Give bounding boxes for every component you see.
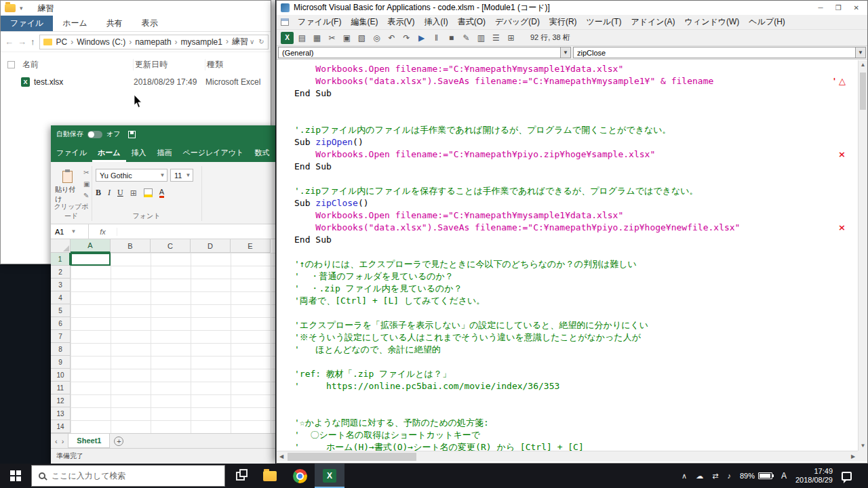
format-painter-icon[interactable]: ✎ (83, 192, 90, 199)
design-mode-icon[interactable]: ✎ (460, 32, 473, 44)
column-header[interactable]: C (151, 239, 191, 253)
close-button[interactable]: ✕ (850, 4, 863, 12)
row-header[interactable]: 4 (51, 291, 71, 304)
refresh-icon[interactable]: ↻ (258, 38, 264, 45)
ribbon-tab[interactable]: 表示 (132, 16, 167, 31)
network-icon[interactable]: ⇄ (712, 472, 718, 481)
row-header[interactable]: 11 (51, 382, 71, 394)
menu-item[interactable]: ウィンドウ(W) (680, 16, 745, 28)
name-box[interactable]: A1 ▼ (51, 224, 89, 239)
find-icon[interactable]: ◎ (370, 32, 383, 44)
copy-icon[interactable]: ▣ (83, 180, 90, 188)
reset-icon[interactable]: ■ (445, 32, 458, 44)
row-header[interactable]: 6 (51, 317, 71, 330)
menu-item[interactable]: アドイン(A) (626, 16, 679, 28)
sheet-tab[interactable]: Sheet1 (68, 434, 110, 448)
save-icon[interactable]: ▦ (311, 32, 323, 44)
up-icon[interactable]: ↑ (31, 37, 35, 47)
ribbon-tab[interactable]: 挿入 (126, 143, 152, 162)
ribbon-tab[interactable]: ファイル (51, 143, 92, 162)
font-color-button[interactable]: A (159, 188, 164, 198)
breadcrumb-item[interactable]: Windows (C:) (67, 37, 125, 47)
breadcrumb-item[interactable]: 練習 (222, 36, 248, 47)
insert-function-button[interactable]: fx (89, 228, 117, 236)
breadcrumb-item[interactable]: namepath (125, 37, 171, 47)
spreadsheet-cells[interactable] (71, 253, 275, 433)
taskbar-app-explorer[interactable] (255, 464, 285, 488)
view-excel-icon[interactable]: X (281, 32, 294, 44)
chevron-down-icon[interactable]: ▼ (184, 172, 193, 178)
menu-item[interactable]: 書式(O) (453, 16, 490, 28)
chevron-down-icon[interactable]: ▼ (158, 172, 167, 178)
taskbar-app-excel[interactable] (315, 464, 344, 488)
scrollbar-thumb[interactable] (288, 453, 416, 461)
file-name[interactable]: test.xlsx (34, 77, 63, 87)
column-header[interactable]: B (111, 239, 151, 253)
borders-button[interactable]: ⊞ (130, 188, 137, 198)
menu-item[interactable]: デバッグ(D) (490, 16, 545, 28)
column-header[interactable]: A (71, 239, 111, 253)
vertical-scrollbar[interactable]: ▲ ▼ (858, 60, 867, 451)
menu-item[interactable]: ファイル(F) (293, 16, 346, 28)
taskbar-search[interactable]: ここに入力して検索 (31, 465, 225, 487)
selected-cell-a1[interactable] (71, 253, 111, 266)
menu-item[interactable]: 表示(V) (382, 16, 419, 28)
taskbar-clock[interactable]: 17:49 2018/08/29 (795, 467, 833, 485)
ribbon-tab[interactable]: 描画 (152, 143, 178, 162)
cloud-icon[interactable]: ☁ (696, 472, 703, 481)
column-header[interactable]: 名前 (21, 59, 134, 70)
taskbar-app-chrome[interactable] (285, 464, 315, 488)
chevron-up-icon[interactable]: ∧ (682, 472, 687, 481)
menu-item[interactable]: ヘルプ(H) (744, 16, 790, 28)
menu-item[interactable]: 実行(R) (545, 16, 582, 28)
ime-indicator[interactable]: A (781, 471, 787, 481)
row-header[interactable]: 14 (51, 420, 71, 433)
menu-item[interactable]: ツール(T) (582, 16, 627, 28)
ribbon-tab[interactable]: 数式 (249, 143, 275, 162)
restore-button[interactable]: ❐ (831, 4, 846, 12)
vba-code-area[interactable]: Workbooks.Open filename:="C:¥namepath¥my… (277, 60, 858, 451)
menu-item[interactable]: 編集(E) (346, 16, 382, 28)
run-icon[interactable]: ▶ (415, 32, 428, 44)
break-icon[interactable]: ‖ (430, 32, 443, 44)
menu-item[interactable]: 挿入(I) (419, 16, 452, 28)
project-explorer-icon[interactable]: ▥ (475, 32, 488, 44)
font-name-combo[interactable]: Yu Gothic ▼ (96, 169, 167, 182)
copy-icon[interactable]: ▣ (340, 32, 353, 44)
bold-button[interactable]: B (96, 188, 101, 198)
row-header[interactable]: 5 (51, 304, 71, 317)
procedure-dropdown[interactable]: zipClose ▼ (573, 47, 866, 58)
sheet-nav-left-icon[interactable]: ‹ (55, 437, 58, 445)
row-header[interactable]: 13 (51, 407, 71, 420)
insert-userform-icon[interactable]: ▤ (296, 32, 309, 44)
ribbon-tab[interactable]: データ (275, 143, 275, 162)
undo-icon[interactable]: ↶ (385, 32, 398, 44)
column-header[interactable]: 種類 (205, 59, 271, 70)
row-header[interactable]: 12 (51, 394, 71, 407)
horizontal-scrollbar[interactable]: ◀ ▶ (277, 451, 858, 462)
breadcrumb-item[interactable]: mysample1 (172, 37, 222, 47)
back-icon[interactable]: ← (5, 37, 14, 47)
cut-icon[interactable]: ✂ (83, 169, 90, 176)
ribbon-tab[interactable]: ホーム (92, 143, 126, 162)
address-bar[interactable]: PCWindows (C:)namepathmysample1練習 ∨ ↻ (39, 35, 269, 49)
ribbon-tab[interactable]: ファイル (1, 16, 53, 31)
save-icon[interactable] (128, 131, 136, 138)
cut-icon[interactable]: ✂ (326, 32, 338, 44)
select-all-corner[interactable] (51, 239, 71, 253)
properties-window-icon[interactable]: ☰ (490, 32, 502, 44)
start-button[interactable] (0, 464, 31, 488)
row-header[interactable]: 8 (51, 343, 71, 356)
chevron-down-icon[interactable]: ▼ (71, 228, 76, 235)
italic-button[interactable]: I (108, 188, 111, 198)
quick-access-toolbar-icon[interactable]: ▾ (20, 5, 23, 12)
row-header[interactable]: 1 (51, 253, 71, 266)
fill-color-button[interactable] (144, 188, 153, 197)
paste-button[interactable]: 貼り付け (55, 167, 79, 207)
forward-icon[interactable]: → (18, 37, 26, 47)
redo-icon[interactable]: ↷ (400, 32, 413, 44)
chevron-down-icon[interactable]: ▼ (855, 47, 865, 58)
action-center-icon[interactable] (842, 472, 852, 481)
chevron-down-icon[interactable]: ▼ (560, 47, 570, 58)
font-size-combo[interactable]: 11 ▼ (170, 169, 193, 182)
